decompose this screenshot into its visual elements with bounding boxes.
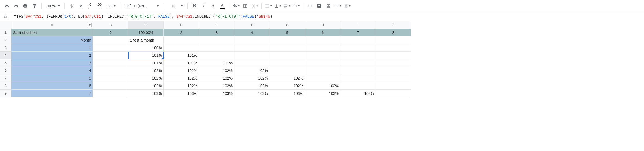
row-header-2[interactable]: 2: [0, 36, 11, 44]
functions-button[interactable]: [343, 2, 351, 10]
cell[interactable]: [234, 36, 270, 44]
merge-cells-button[interactable]: [250, 2, 259, 10]
column-header-g[interactable]: G: [270, 21, 305, 29]
cell[interactable]: 2: [164, 29, 199, 36]
cell[interactable]: [93, 90, 128, 97]
cell[interactable]: [305, 36, 340, 44]
cell[interactable]: [305, 59, 340, 67]
cell[interactable]: [93, 36, 128, 44]
cell[interactable]: 101%: [128, 59, 164, 67]
borders-button[interactable]: [241, 2, 249, 10]
cell[interactable]: 102%: [128, 74, 164, 82]
cell[interactable]: 103%: [270, 90, 305, 97]
decrease-decimal-button[interactable]: .0: [86, 2, 94, 10]
cell[interactable]: 8: [376, 29, 411, 36]
column-header-d[interactable]: D: [164, 21, 199, 29]
row-header-6[interactable]: 6: [0, 67, 11, 74]
column-header-e[interactable]: E: [199, 21, 234, 29]
italic-button[interactable]: I: [200, 2, 208, 10]
cell[interactable]: 102%: [199, 67, 234, 74]
paint-format-button[interactable]: [30, 2, 39, 10]
cell[interactable]: [164, 36, 199, 44]
cell[interactable]: [234, 59, 270, 67]
formula-input[interactable]: =IFS($A4<C$1, IFERROR(1/0), EQ($A4,C$1),…: [11, 14, 644, 19]
print-button[interactable]: [21, 2, 29, 10]
cell[interactable]: 5: [270, 29, 305, 36]
cell[interactable]: [305, 52, 340, 59]
cell[interactable]: 103%: [234, 90, 270, 97]
cell[interactable]: [340, 82, 376, 90]
cell[interactable]: [305, 74, 340, 82]
cell[interactable]: [376, 82, 411, 90]
cell[interactable]: [376, 90, 411, 97]
cell[interactable]: [376, 59, 411, 67]
currency-format-button[interactable]: $: [67, 2, 76, 10]
percent-format-button[interactable]: %: [77, 2, 85, 10]
cell[interactable]: 102%: [270, 74, 305, 82]
column-header-h[interactable]: H: [305, 21, 340, 29]
cell[interactable]: 102%: [128, 67, 164, 74]
row-header-1[interactable]: 1: [0, 29, 11, 36]
cell[interactable]: 103%: [305, 90, 340, 97]
row-header-5[interactable]: 5: [0, 59, 11, 67]
row-header-9[interactable]: 9: [0, 90, 11, 97]
column-filter-dropdown[interactable]: [88, 23, 92, 27]
cell[interactable]: 7: [11, 90, 93, 97]
cell[interactable]: [93, 74, 128, 82]
insert-comment-button[interactable]: [315, 2, 323, 10]
cell[interactable]: [199, 36, 234, 44]
undo-button[interactable]: [3, 2, 11, 10]
cell[interactable]: 1 test a month: [128, 36, 164, 44]
cell[interactable]: 102%: [128, 82, 164, 90]
increase-decimal-button[interactable]: .00: [95, 2, 103, 10]
cell[interactable]: 102%: [234, 82, 270, 90]
more-formats-dropdown[interactable]: 123: [104, 2, 117, 10]
cell[interactable]: [93, 52, 128, 59]
select-all-corner[interactable]: [0, 21, 11, 29]
cell[interactable]: [340, 67, 376, 74]
cell[interactable]: 100%: [128, 44, 164, 52]
cell[interactable]: [376, 52, 411, 59]
cell[interactable]: Start of cohort: [11, 29, 93, 36]
cell[interactable]: 103%: [164, 90, 199, 97]
vertical-align-button[interactable]: [274, 2, 282, 10]
row-header-7[interactable]: 7: [0, 74, 11, 82]
cell[interactable]: [376, 36, 411, 44]
cell[interactable]: [340, 74, 376, 82]
cell[interactable]: 102%: [164, 82, 199, 90]
cell[interactable]: 102%: [199, 74, 234, 82]
text-rotation-button[interactable]: [292, 2, 300, 10]
cell[interactable]: 103%: [199, 90, 234, 97]
cell[interactable]: 102%: [305, 82, 340, 90]
cell[interactable]: [305, 44, 340, 52]
cell[interactable]: [376, 44, 411, 52]
cell[interactable]: [93, 82, 128, 90]
cell[interactable]: 6: [305, 29, 340, 36]
cell[interactable]: [199, 44, 234, 52]
cell[interactable]: [164, 44, 199, 52]
cell[interactable]: 103%: [340, 90, 376, 97]
cell[interactable]: Month: [11, 36, 93, 44]
column-header-f[interactable]: F: [234, 21, 270, 29]
column-header-a[interactable]: A: [11, 21, 93, 29]
cell[interactable]: 7: [340, 29, 376, 36]
bold-button[interactable]: B: [190, 2, 199, 10]
cell[interactable]: 102%: [234, 74, 270, 82]
cell[interactable]: [270, 52, 305, 59]
cell[interactable]: 4: [11, 67, 93, 74]
cell[interactable]: 100.00%: [128, 29, 164, 36]
cell[interactable]: 101%: [164, 52, 199, 59]
column-header-b[interactable]: B: [93, 21, 128, 29]
cell[interactable]: 1: [11, 44, 93, 52]
text-color-button[interactable]: A: [218, 2, 226, 10]
cell[interactable]: [93, 59, 128, 67]
fill-color-button[interactable]: [232, 2, 240, 10]
column-header-j[interactable]: J: [376, 21, 411, 29]
row-header-3[interactable]: 3: [0, 44, 11, 52]
cell[interactable]: 102%: [199, 82, 234, 90]
cell[interactable]: 102%: [164, 67, 199, 74]
cell[interactable]: 4: [234, 29, 270, 36]
cell[interactable]: 103%: [128, 90, 164, 97]
cell[interactable]: [340, 36, 376, 44]
horizontal-align-button[interactable]: [264, 2, 273, 10]
